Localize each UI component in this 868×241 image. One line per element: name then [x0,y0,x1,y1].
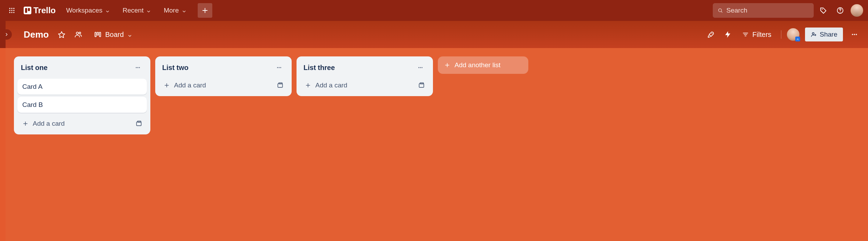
user-add-icon [811,31,817,38]
workspace-visibility-button[interactable] [72,28,85,41]
board-header: Demo Board Filters Share [6,21,868,48]
sidebar-expand-button[interactable] [1,29,12,40]
board-icon [94,31,102,38]
workspaces-menu[interactable]: Workspaces [61,3,116,17]
filters-label: Filters [752,31,771,39]
dots-icon [417,64,424,71]
list-title[interactable]: List three [303,64,335,72]
chevron-down-icon [105,8,110,13]
trello-logo[interactable]: Trello [20,3,59,17]
view-switcher[interactable]: Board [90,28,135,41]
board-header-wrap: Demo Board Filters Share [0,21,868,48]
automation-button[interactable] [721,28,734,41]
template-icon [135,120,142,127]
dots-icon [135,64,141,71]
dots-icon [851,31,858,38]
more-label: More [164,7,179,14]
rocket-icon [707,31,715,38]
share-button[interactable]: Share [805,28,843,41]
card-template-button[interactable] [274,79,286,91]
add-card-button[interactable]: Add a card [19,118,133,130]
list-actions-button[interactable] [132,62,143,73]
help-button[interactable] [833,3,847,17]
card[interactable]: Card A [17,79,147,95]
brand-name: Trello [33,6,56,15]
plus-icon [164,82,170,88]
list-header: List three [300,61,429,77]
add-card-label: Add a card [33,120,65,127]
card-template-button[interactable] [133,118,145,130]
board-member-avatar[interactable] [787,28,799,41]
share-label: Share [820,31,837,38]
chevron-down-icon [182,8,187,13]
help-icon [836,7,844,14]
bolt-icon [724,31,732,38]
list-actions-button[interactable] [415,62,426,73]
plus-icon [22,120,29,127]
admin-badge-icon [795,37,800,41]
star-icon [58,31,65,38]
chevron-down-icon [146,8,151,13]
notifications-button[interactable] [816,3,830,17]
workspaces-label: Workspaces [66,7,102,14]
card-template-button[interactable] [416,79,427,91]
star-board-button[interactable] [55,28,68,41]
list-actions-button[interactable] [274,62,285,73]
add-list-label: Add another list [455,61,500,69]
board-title[interactable]: Demo [21,28,52,41]
powerups-button[interactable] [704,28,718,41]
filter-icon [742,31,749,38]
plus-icon [305,82,311,88]
top-nav: Trello Workspaces Recent More [0,0,868,21]
search-input[interactable] [726,7,809,14]
add-list-button[interactable]: Add another list [438,56,528,74]
add-card-label: Add a card [174,81,206,89]
template-icon [418,82,425,89]
people-icon [74,31,82,38]
add-card-button[interactable]: Add a card [302,79,416,91]
list-title[interactable]: List two [162,64,189,72]
tag-icon [820,7,827,14]
apps-switcher[interactable] [5,3,19,17]
list: List oneCard ACard BAdd a card [14,56,150,134]
create-button[interactable] [198,3,212,18]
search-box[interactable] [713,3,814,18]
filters-button[interactable]: Filters [738,28,775,41]
view-label: Board [105,31,124,39]
list-header: List two [159,61,288,77]
board-menu-button[interactable] [848,28,861,41]
list-footer: Add a card [17,115,147,131]
apps-icon [8,7,15,14]
trello-logo-icon [24,7,31,14]
more-menu[interactable]: More [158,3,192,17]
board-canvas[interactable]: List oneCard ACard BAdd a cardList twoAd… [6,48,868,241]
list-header: List one [17,61,147,77]
template-icon [277,82,284,89]
recent-label: Recent [123,7,143,14]
list: List threeAdd a card [297,56,433,96]
divider [781,30,781,39]
add-card-label: Add a card [315,81,347,89]
card[interactable]: Card B [17,97,147,113]
plus-icon [201,7,209,14]
chevron-down-icon [127,32,132,37]
add-card-button[interactable]: Add a card [161,79,274,91]
list-footer: Add a card [159,77,288,93]
sidebar-rail [0,21,6,48]
chevron-right-icon [4,32,9,37]
dots-icon [276,64,282,71]
list: List twoAdd a card [155,56,292,96]
recent-menu[interactable]: Recent [117,3,157,17]
list-title[interactable]: List one [21,64,48,72]
account-avatar[interactable] [851,4,863,17]
search-icon [718,7,723,14]
list-footer: Add a card [300,77,429,93]
plus-icon [444,62,450,68]
